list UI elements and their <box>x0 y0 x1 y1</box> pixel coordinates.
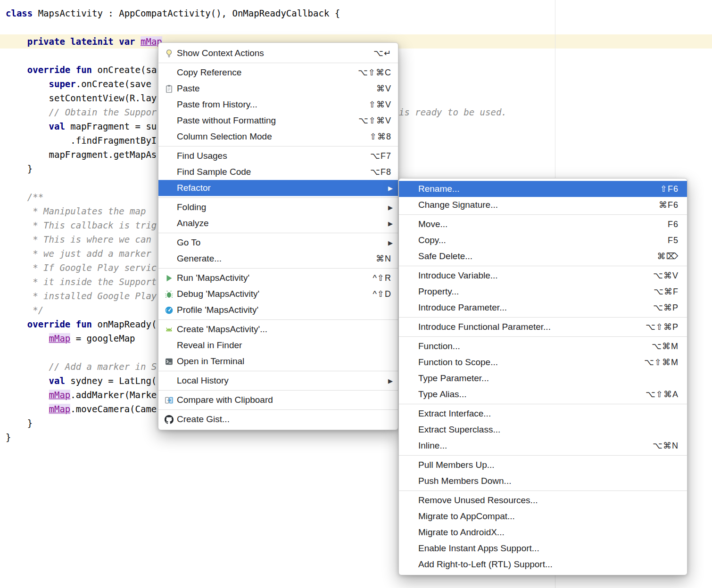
menu-item-label: Copy... <box>418 235 446 245</box>
menu-item-migrate-to-appcompat[interactable]: Migrate to AppCompat... <box>399 508 687 524</box>
code-text-token: .addMarker(Marke <box>70 390 157 400</box>
menu-item-function[interactable]: Function...⌥⌘M <box>399 338 687 354</box>
menu-separator <box>158 268 398 269</box>
menu-item-analyze[interactable]: Analyze▶ <box>158 215 398 231</box>
menu-item-show-context-actions[interactable]: Show Context Actions⌥↵ <box>158 45 398 61</box>
menu-item-find-usages[interactable]: Find Usages⌥F7 <box>158 148 398 164</box>
menu-item-introduce-functional-parameter[interactable]: Introduce Functional Parameter...⌥⇧⌘P <box>399 319 687 335</box>
menu-item-property[interactable]: Property...⌥⌘F <box>399 284 687 300</box>
run-icon <box>163 273 174 283</box>
menu-item-shortcut: ⌥⌘F <box>654 286 679 297</box>
no-icon <box>163 203 174 212</box>
menu-item-label: Migrate to AndroidX... <box>418 527 505 538</box>
code-text-token: onMapReady( <box>92 319 157 329</box>
menu-item-label: Find Usages <box>177 151 227 161</box>
menu-item-label: Enable Instant Apps Support... <box>418 543 539 554</box>
menu-item-shortcut: ^⇧D <box>373 289 391 299</box>
menu-item-generate[interactable]: Generate...⌘N <box>158 251 398 267</box>
code-text-token <box>6 333 49 343</box>
menu-item-label: Migrate to AppCompat... <box>418 511 515 522</box>
menu-item-reveal-in-finder[interactable]: Reveal in Finder <box>158 337 398 353</box>
menu-item-move[interactable]: Move...F6 <box>399 216 687 232</box>
menu-item-migrate-to-androidx[interactable]: Migrate to AndroidX... <box>399 524 687 540</box>
no-icon <box>163 116 174 125</box>
menu-separator <box>158 197 398 198</box>
menu-item-rename[interactable]: Rename...⇧F6 <box>399 181 687 197</box>
menu-item-label: Type Alias... <box>418 389 466 400</box>
menu-item-shortcut: ⌥⇧⌘V <box>358 115 391 126</box>
menu-item-label: Push Members Down... <box>418 476 511 486</box>
no-icon <box>163 376 174 385</box>
menu-item-label: Move... <box>418 219 447 229</box>
code-keyword: override fun <box>27 65 92 75</box>
code-comment: */ <box>6 305 43 315</box>
menu-separator <box>399 404 687 404</box>
menu-item-label: Generate... <box>177 253 222 264</box>
menu-item-shortcut: ⌥⇧⌘P <box>646 322 679 332</box>
menu-item-create-gist[interactable]: Create Gist... <box>158 411 398 427</box>
editor-context-menu: Show Context Actions⌥↵Copy Reference⌥⇧⌘C… <box>158 42 398 430</box>
menu-item-label: Refactor <box>177 183 211 193</box>
menu-item-shortcut: ⇧⌘V <box>369 99 391 110</box>
menu-item-label: Reveal in Finder <box>177 340 242 351</box>
menu-item-refactor[interactable]: Refactor▶ <box>158 180 398 196</box>
code-text-token: onCreate(sa <box>92 65 157 75</box>
menu-item-remove-unused-resources[interactable]: Remove Unused Resources... <box>399 492 687 508</box>
menu-item-run-mapsactivity[interactable]: Run 'MapsActivity'^⇧R <box>158 270 398 286</box>
menu-item-label: Paste without Formatting <box>177 115 276 126</box>
menu-item-function-to-scope[interactable]: Function to Scope...⌥⇧⌘M <box>399 354 687 370</box>
menu-separator <box>399 455 687 456</box>
menu-item-extract-superclass[interactable]: Extract Superclass... <box>399 422 687 438</box>
code-text-token <box>6 79 49 89</box>
menu-item-add-right-to-left-rtl-support[interactable]: Add Right-to-Left (RTL) Support... <box>399 556 687 572</box>
menu-item-paste-without-formatting[interactable]: Paste without Formatting⌥⇧⌘V <box>158 113 398 129</box>
menu-item-shortcut: F5 <box>668 236 679 245</box>
menu-item-folding[interactable]: Folding▶ <box>158 199 398 215</box>
menu-item-label: Local History <box>177 376 229 386</box>
menu-item-push-members-down[interactable]: Push Members Down... <box>399 473 687 489</box>
menu-item-inline[interactable]: Inline...⌥⌘N <box>399 438 687 454</box>
menu-item-paste[interactable]: Paste⌘V <box>158 81 398 97</box>
mmap-identifier-highlight: mMap <box>49 404 71 414</box>
no-icon <box>163 100 174 109</box>
menu-item-go-to[interactable]: Go To▶ <box>158 235 398 251</box>
menu-item-label: Column Selection Mode <box>177 131 272 142</box>
submenu-arrow-icon: ▶ <box>388 204 393 211</box>
menu-item-debug-mapsactivity[interactable]: Debug 'MapsActivity'^⇧D <box>158 286 398 302</box>
menu-separator <box>158 319 398 320</box>
menu-item-label: Inline... <box>418 441 447 451</box>
menu-item-extract-interface[interactable]: Extract Interface... <box>399 406 687 422</box>
menu-item-enable-instant-apps-support[interactable]: Enable Instant Apps Support... <box>399 540 687 556</box>
menu-item-shortcut: ⌘⌦ <box>657 251 679 261</box>
menu-item-pull-members-up[interactable]: Pull Members Up... <box>399 457 687 473</box>
code-comment: * installed Google Play <box>6 291 157 301</box>
menu-item-copy-reference[interactable]: Copy Reference⌥⇧⌘C <box>158 65 398 81</box>
menu-item-profile-mapsactivity[interactable]: Profile 'MapsActivity' <box>158 302 398 318</box>
menu-item-label: Profile 'MapsActivity' <box>177 305 258 315</box>
menu-item-introduce-parameter[interactable]: Introduce Parameter...⌥⌘P <box>399 300 687 316</box>
no-icon <box>163 132 174 141</box>
code-comment: * This callback is trig <box>6 220 157 230</box>
menu-item-local-history[interactable]: Local History▶ <box>158 373 398 389</box>
menu-item-safe-delete[interactable]: Safe Delete...⌘⌦ <box>399 248 687 264</box>
code-text-token <box>6 121 49 131</box>
code-comment: // Obtain the Suppor <box>6 107 157 117</box>
menu-item-paste-from-history[interactable]: Paste from History...⇧⌘V <box>158 97 398 113</box>
menu-item-shortcut: ⌥⌘P <box>653 302 679 313</box>
mmap-identifier-highlight: mMap <box>49 390 71 400</box>
code-comment: // Add a marker in S <box>6 361 157 372</box>
code-line: class MapsActivity : AppCompatActivity()… <box>6 6 340 20</box>
menu-item-copy[interactable]: Copy...F5 <box>399 232 687 248</box>
menu-item-label: Create 'MapsActivity'... <box>177 324 267 335</box>
menu-item-type-parameter[interactable]: Type Parameter... <box>399 370 687 386</box>
menu-item-find-sample-code[interactable]: Find Sample Code⌥F8 <box>158 164 398 180</box>
menu-item-open-in-terminal[interactable]: Open in Terminal <box>158 353 398 369</box>
menu-separator <box>158 146 398 147</box>
menu-item-type-alias[interactable]: Type Alias...⌥⇧⌘A <box>399 386 687 402</box>
menu-item-column-selection-mode[interactable]: Column Selection Mode⇧⌘8 <box>158 129 398 145</box>
menu-item-compare-with-clipboard[interactable]: Compare with Clipboard <box>158 392 398 408</box>
menu-item-create-mapsactivity[interactable]: Create 'MapsActivity'... <box>158 321 398 337</box>
menu-item-introduce-variable[interactable]: Introduce Variable...⌥⌘V <box>399 268 687 284</box>
menu-item-change-signature[interactable]: Change Signature...⌘F6 <box>399 197 687 213</box>
no-icon <box>163 341 174 350</box>
